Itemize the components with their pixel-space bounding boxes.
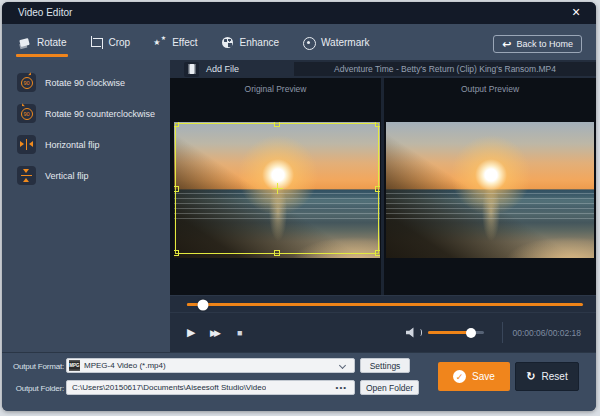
output-folder-path: C:\Users\20150617\Documents\Aiseesoft St… (67, 383, 266, 392)
rotate-degree-text: 90 (21, 108, 33, 120)
preview-area: Original Preview Output Preview (170, 78, 596, 295)
tab-label: Enhance (240, 37, 279, 48)
tab-watermark[interactable]: Watermark (300, 24, 372, 60)
crop-handle-top-left[interactable] (174, 122, 179, 127)
back-to-home-button[interactable]: ↩ Back to Home (493, 35, 582, 53)
mpg-format-icon: MPG (69, 360, 80, 371)
reset-button[interactable]: ↻ Reset (515, 362, 579, 391)
seek-slider[interactable] (187, 303, 583, 306)
video-editor-window: Video Editor × Rotate Crop Effect Enhanc… (2, 2, 596, 411)
reset-arrow-icon: ↻ (526, 371, 535, 382)
back-home-label: Back to Home (516, 39, 573, 49)
preview-divider (381, 78, 384, 295)
volume-button[interactable] (406, 313, 422, 352)
tab-bar: Rotate Crop Effect Enhance Watermark ↩ B… (2, 24, 596, 60)
tab-label: Rotate (37, 37, 66, 48)
main-panel: Add File Adventure Time - Betty's Return… (170, 60, 596, 352)
volume-thumb[interactable] (466, 328, 476, 338)
return-arrow-icon: ↩ (502, 39, 511, 50)
close-icon[interactable]: × (566, 2, 586, 23)
effect-stars-icon (153, 36, 166, 49)
save-label: Save (472, 371, 495, 382)
window-title: Video Editor (18, 2, 72, 24)
speaker-icon (406, 327, 417, 338)
tab-label: Watermark (321, 37, 370, 48)
volume-fill (428, 331, 471, 334)
file-bar: Add File Adventure Time - Betty's Return… (170, 60, 596, 78)
sidebar-item-label: Horizontal flip (45, 140, 100, 150)
crop-handle-mid-right[interactable] (375, 186, 380, 192)
output-folder-field[interactable]: C:\Users\20150617\Documents\Aiseesoft St… (66, 380, 355, 395)
crop-handle-mid-left[interactable] (174, 186, 179, 192)
tab-label: Crop (108, 37, 130, 48)
original-preview-title: Original Preview (170, 84, 381, 94)
reset-label: Reset (542, 371, 568, 382)
tab-enhance[interactable]: Enhance (219, 24, 281, 60)
chevron-down-icon (339, 362, 346, 369)
play-button[interactable]: ▶ (187, 313, 195, 352)
rotate-90-counterclockwise-button[interactable]: 90 Rotate 90 counterclockwise (2, 104, 170, 123)
rotate-icon (18, 36, 31, 49)
volume-slider[interactable] (428, 331, 484, 334)
fast-forward-button[interactable]: ▶▶ (210, 313, 221, 352)
desktop-background: Video Editor × Rotate Crop Effect Enhanc… (0, 0, 600, 416)
playback-controls: ▶ ▶▶ ■ 00:00:06/00:02:18 (170, 312, 596, 352)
check-circle-icon: ✓ (453, 370, 466, 383)
seek-thumb[interactable] (197, 299, 208, 310)
sidebar-item-label: Vertical flip (45, 171, 89, 181)
vertical-flip-icon (17, 166, 36, 185)
original-preview-video[interactable] (174, 122, 380, 258)
loaded-filename-bar: Adventure Time - Betty's Return (Clip) K… (294, 62, 596, 76)
crop-handle-bottom-mid[interactable] (274, 250, 280, 256)
crop-handle-bottom-left[interactable] (174, 250, 179, 256)
horizontal-flip-button[interactable]: Horizontal flip (2, 135, 170, 154)
horizontal-flip-icon (17, 135, 36, 154)
tab-crop[interactable]: Crop (87, 24, 132, 60)
sound-wave-icon (418, 329, 422, 336)
sidebar-item-label: Rotate 90 clockwise (45, 78, 125, 88)
controls-divider (502, 322, 503, 343)
tab-label: Effect (172, 37, 197, 48)
output-format-label: Output Format: (12, 362, 64, 371)
sidebar-item-label: Rotate 90 counterclockwise (45, 109, 155, 119)
browse-folder-button[interactable]: ••• (336, 383, 347, 392)
output-preview-title: Output Preview (384, 84, 596, 94)
output-format-value: MPEG-4 Video (*.mp4) (84, 361, 166, 370)
crop-handle-top-mid[interactable] (274, 122, 280, 127)
watermark-stamp-icon (302, 36, 315, 49)
crop-handle-bottom-right[interactable] (375, 250, 380, 256)
rotate-degree-text: 90 (21, 77, 33, 89)
film-strip-icon (184, 62, 199, 77)
rotate-90-clockwise-button[interactable]: 90 Rotate 90 clockwise (2, 73, 170, 92)
open-folder-button[interactable]: Open Folder (360, 380, 419, 395)
vertical-flip-button[interactable]: Vertical flip (2, 166, 170, 185)
output-folder-label: Output Folder: (12, 384, 64, 393)
title-bar: Video Editor × (2, 2, 596, 24)
add-file-label: Add File (206, 64, 239, 74)
rotate-sidebar: 90 Rotate 90 clockwise 90 Rotate 90 coun… (2, 60, 170, 352)
stop-button[interactable]: ■ (237, 313, 242, 352)
save-button[interactable]: ✓ Save (438, 362, 510, 391)
crop-icon (89, 36, 102, 49)
output-format-dropdown[interactable]: MPG MPEG-4 Video (*.mp4) (66, 358, 355, 373)
crop-selection-box[interactable] (175, 123, 379, 254)
rotate-90-cw-icon: 90 (17, 73, 36, 92)
output-panel: Output Format: MPG MPEG-4 Video (*.mp4) … (2, 352, 596, 411)
add-file-button[interactable]: Add File (184, 61, 239, 77)
crop-center-cross[interactable] (272, 183, 283, 194)
palette-icon (221, 36, 234, 49)
tab-rotate[interactable]: Rotate (16, 24, 68, 60)
crop-handle-top-right[interactable] (375, 122, 380, 127)
filename-text: Adventure Time - Betty's Return (Clip) K… (334, 64, 556, 74)
seek-row (170, 295, 596, 312)
output-preview-video (386, 122, 594, 258)
tab-effect[interactable]: Effect (151, 24, 199, 60)
rotate-90-ccw-icon: 90 (17, 104, 36, 123)
settings-button[interactable]: Settings (360, 358, 410, 373)
time-display: 00:00:06/00:02:18 (512, 313, 581, 352)
